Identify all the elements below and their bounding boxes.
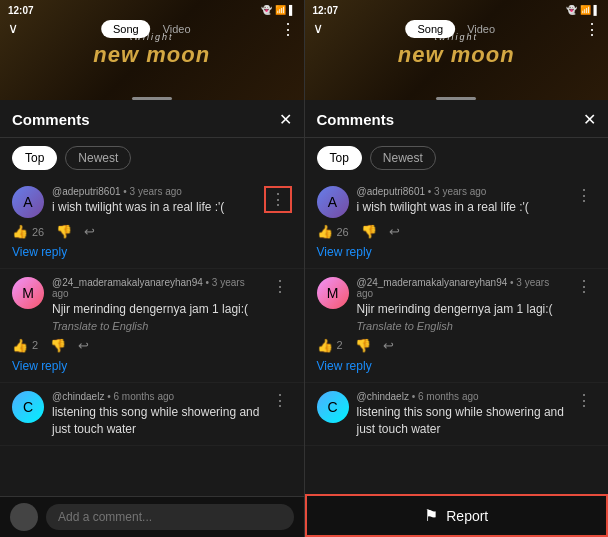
right-comment-3-top: C @chindaelz • 6 months ago listening th… (317, 391, 597, 438)
left-progress-bar (132, 97, 172, 100)
right-comment-3-content: @chindaelz • 6 months ago listening this… (357, 391, 565, 438)
left-comment-1-meta: @adeputri8601 • 3 years ago (52, 186, 256, 197)
report-bar[interactable]: ⚑ Report (305, 494, 609, 537)
left-comment-input[interactable] (46, 504, 294, 530)
right-dislike-icon: 👎 (361, 224, 377, 239)
right-more-icon[interactable]: ⋮ (584, 20, 600, 39)
left-reply-icon: ↩ (84, 224, 95, 239)
right-comment-1-more[interactable]: ⋮ (572, 186, 596, 205)
left-comment-1-like[interactable]: 👍 26 (12, 224, 44, 239)
right-comment-2-like-count: 2 (337, 339, 343, 351)
right-comment-1-like-count: 26 (337, 226, 349, 238)
left-comments-title: Comments (12, 111, 90, 128)
right-battery-icon: ▌ (594, 5, 600, 15)
left-comment-2-reply-btn[interactable]: ↩ (78, 338, 89, 353)
right-comment-2-text: Njir merinding dengernya jam 1 lagi:( (357, 301, 565, 318)
right-avatar-2: M (317, 277, 349, 309)
left-comment-1-view-reply[interactable]: View reply (12, 245, 67, 259)
right-filter-newest[interactable]: Newest (370, 146, 436, 170)
right-comment-2-dislike[interactable]: 👎 (355, 338, 371, 353)
left-comment-3-content: @chindaelz • 6 months ago listening this… (52, 391, 260, 438)
left-comment-3-more[interactable]: ⋮ (268, 391, 292, 410)
left-comment-3-username: @chindaelz (52, 391, 104, 402)
left-time: 12:07 (8, 5, 34, 16)
right-comment-3: C @chindaelz • 6 months ago listening th… (305, 383, 609, 447)
right-comment-1-actions: 👍 26 👎 ↩ (317, 224, 597, 239)
left-more-icon[interactable]: ⋮ (280, 20, 296, 39)
left-avatar-2: M (12, 277, 44, 309)
left-comment-2-dislike[interactable]: 👎 (50, 338, 66, 353)
right-media-area: 12:07 👻 📶 ▌ Song Video ⋮ ∨ twilight new … (305, 0, 609, 100)
right-status-icons: 👻 📶 ▌ (566, 5, 600, 15)
right-like-icon: 👍 (317, 224, 333, 239)
left-back-icon[interactable]: ∨ (8, 20, 18, 36)
signal-icon: 📶 (275, 5, 286, 15)
right-song-tab[interactable]: Song (405, 20, 455, 38)
right-comment-1-reply-btn[interactable]: ↩ (389, 224, 400, 239)
right-video-tab[interactable]: Video (455, 20, 507, 38)
right-filter-top[interactable]: Top (317, 146, 362, 170)
right-comments-title: Comments (317, 111, 395, 128)
left-comment-2-like[interactable]: 👍 2 (12, 338, 38, 353)
right-comment-1-username: @adeputri8601 (357, 186, 426, 197)
right-comment-3-time: • 6 months ago (412, 391, 479, 402)
right-back-icon[interactable]: ∨ (313, 20, 323, 36)
left-close-button[interactable]: ✕ (279, 110, 292, 129)
right-comment-1-content: @adeputri8601 • 3 years ago i wish twili… (357, 186, 565, 216)
flag-icon: ⚑ (424, 506, 438, 525)
left-comment-2-text: Njir merinding dengernya jam 1 lagi:( (52, 301, 260, 318)
left-status-bar: 12:07 👻 📶 ▌ (0, 0, 304, 20)
left-comment-2-translate[interactable]: Translate to English (52, 320, 260, 332)
left-comment-2-view-reply[interactable]: View reply (12, 359, 67, 373)
right-close-button[interactable]: ✕ (583, 110, 596, 129)
left-dislike-icon-2: 👎 (50, 338, 66, 353)
left-comment-1: A @adeputri8601 • 3 years ago i wish twi… (0, 178, 304, 269)
right-progress-bar (436, 97, 476, 100)
left-comment-1-text: i wish twilight was in a real life :'( (52, 199, 256, 216)
left-comment-2-actions: 👍 2 👎 ↩ (12, 338, 292, 353)
left-comment-2-like-count: 2 (32, 339, 38, 351)
left-comment-2-meta: @24_maderamakalyanareyhan94 • 3 years ag… (52, 277, 260, 299)
left-video-tab[interactable]: Video (151, 20, 203, 38)
left-comment-1-reply-btn[interactable]: ↩ (84, 224, 95, 239)
right-dislike-icon-2: 👎 (355, 338, 371, 353)
left-comment-3-time: • 6 months ago (107, 391, 174, 402)
right-status-bar: 12:07 👻 📶 ▌ (305, 0, 609, 20)
left-comment-1-time: • 3 years ago (123, 186, 182, 197)
right-comment-2-username: @24_maderamakalyanareyhan94 (357, 277, 508, 288)
right-comment-2-reply-btn[interactable]: ↩ (383, 338, 394, 353)
right-avatar-3: C (317, 391, 349, 423)
right-comment-2-view-reply[interactable]: View reply (317, 359, 372, 373)
left-filter-top[interactable]: Top (12, 146, 57, 170)
left-comment-2-more[interactable]: ⋮ (268, 277, 292, 296)
left-comment-3: C @chindaelz • 6 months ago listening th… (0, 383, 304, 447)
left-media-main-title: new moon (93, 42, 210, 68)
right-comment-1-dislike[interactable]: 👎 (361, 224, 377, 239)
left-avatar-3: C (12, 391, 44, 423)
left-comment-1-dislike[interactable]: 👎 (56, 224, 72, 239)
left-comment-1-more[interactable]: ⋮ (264, 186, 292, 213)
right-comment-2-translate[interactable]: Translate to English (357, 320, 565, 332)
right-panel: 12:07 👻 📶 ▌ Song Video ⋮ ∨ twilight new … (305, 0, 609, 537)
right-comments-header: Comments ✕ (305, 100, 609, 138)
left-comments-section: Comments ✕ Top Newest A @adeputri8601 • … (0, 100, 304, 496)
right-avatar-1: A (317, 186, 349, 218)
right-comment-3-meta: @chindaelz • 6 months ago (357, 391, 565, 402)
right-signal-icon: 📶 (580, 5, 591, 15)
right-comment-2-like[interactable]: 👍 2 (317, 338, 343, 353)
left-comment-1-username: @adeputri8601 (52, 186, 121, 197)
right-comment-3-username: @chindaelz (357, 391, 409, 402)
right-comment-1-view-reply[interactable]: View reply (317, 245, 372, 259)
right-comment-2-top: M @24_maderamakalyanareyhan94 • 3 years … (317, 277, 597, 332)
right-comment-1-like[interactable]: 👍 26 (317, 224, 349, 239)
right-comment-3-more[interactable]: ⋮ (572, 391, 596, 410)
left-song-tab[interactable]: Song (101, 20, 151, 38)
report-label: Report (446, 508, 488, 524)
left-comment-1-like-count: 26 (32, 226, 44, 238)
right-filter-tabs: Top Newest (305, 138, 609, 178)
left-like-icon: 👍 (12, 224, 28, 239)
right-time: 12:07 (313, 5, 339, 16)
right-comment-2-more[interactable]: ⋮ (572, 277, 596, 296)
left-filter-newest[interactable]: Newest (65, 146, 131, 170)
left-comment-2-username: @24_maderamakalyanareyhan94 (52, 277, 203, 288)
